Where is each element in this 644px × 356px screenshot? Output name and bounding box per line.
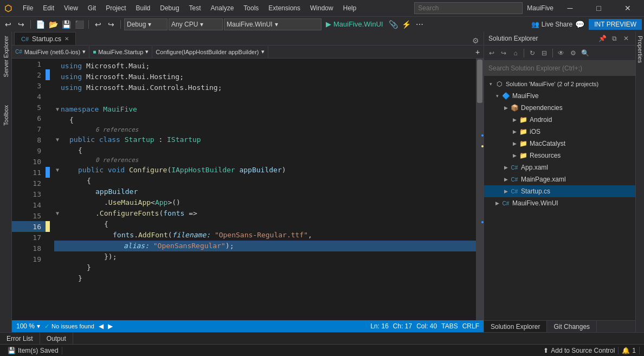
status-nav-left[interactable]: ◀ [99,322,104,330]
menu-project[interactable]: Project [101,3,130,13]
config-dropdown[interactable]: Debug▾ [124,18,168,30]
scrollbar-thumb[interactable] [477,60,482,103]
menu-git[interactable]: Git [83,3,100,13]
forward-button[interactable]: ↪ [15,18,27,30]
output-tab[interactable]: Output [40,333,73,345]
error-list-tab[interactable]: Error List [0,333,40,345]
app-xaml-item[interactable]: ▶ C# App.xaml [484,161,635,173]
nav-project-dropdown[interactable]: C# MauiFive (net6.0-ios) ▾ [12,46,89,58]
mauifive-expand[interactable]: ▾ [493,92,501,100]
maccatalyst-item[interactable]: ▶ 📁 MacCatalyst [484,138,635,150]
status-nav-right[interactable]: ▶ [108,322,113,330]
panel-float-button[interactable]: ⧉ [609,34,619,43]
toolbox-tab[interactable]: Toolbox [2,103,10,128]
new-file-button[interactable]: 📄 [34,18,46,30]
footer-source-control[interactable]: ⬆ Add to Source Control [540,347,619,354]
code-content[interactable]: using Microsoft.Maui; using Microsoft.Ma… [50,59,476,320]
startup-cs-item[interactable]: ▶ C# Startup.cs [484,185,635,197]
status-tabs[interactable]: TABS [441,322,458,330]
menu-window[interactable]: Window [306,3,338,13]
ios-item[interactable]: ▶ 📁 iOS [484,126,635,138]
open-file-button[interactable]: 📂 [47,18,59,30]
dependencies-expand[interactable]: ▶ [501,103,510,112]
menu-bar[interactable]: File Edit View Git Project Build Debug T… [18,3,360,13]
tab-settings-button[interactable]: ⚙ [470,36,481,45]
diagnostics-button[interactable]: ⋯ [414,18,426,30]
run-button[interactable]: ▶ MauiFive.WinUI [323,19,387,29]
redo-button[interactable]: ↪ [105,18,117,30]
save-button[interactable]: 💾 [60,18,72,30]
android-item[interactable]: ▶ 📁 Android [484,114,635,126]
properties-tab[interactable]: Properties [636,34,645,65]
ios-expand[interactable]: ▶ [510,127,519,136]
tab-close-button[interactable]: ✕ [65,36,69,42]
panel-pin-button[interactable]: 📌 [597,34,607,43]
hotreload-button[interactable]: ⚡ [401,18,413,30]
mauifive-project-item[interactable]: ▾ 🔷 MauiFive [484,90,635,102]
nav-add-button[interactable]: + [472,46,484,58]
menu-build[interactable]: Build [132,3,155,13]
sol-settings-button[interactable]: ⚙ [568,48,578,59]
ln-1: 1 [12,59,46,69]
menu-tools[interactable]: Tools [239,3,263,13]
app-xaml-expand[interactable]: ▶ [501,163,510,172]
resources-item[interactable]: ▶ 📁 Resources [484,150,635,161]
resources-expand[interactable]: ▶ [510,151,519,160]
feedback-button[interactable]: 💬 [574,18,585,30]
mainpage-xaml-item[interactable]: ▶ C# MainPage.xaml [484,173,635,185]
nav-method-dropdown[interactable]: Configure(IAppHostBuilder appBuilder) ▾ [152,46,268,58]
fold-13[interactable]: ▼ [54,210,61,217]
menu-help[interactable]: Help [339,3,361,13]
menu-extensions[interactable]: Extensions [264,3,305,13]
menu-edit[interactable]: Edit [38,3,59,13]
sol-back-button[interactable]: ↩ [486,48,497,59]
title-search-input[interactable] [414,2,523,14]
attach-button[interactable]: 📎 [388,18,400,30]
solution-search-input[interactable] [484,61,635,76]
fold-9[interactable]: ▼ [54,167,61,173]
panel-close-button[interactable]: ✕ [621,34,631,43]
menu-test[interactable]: Test [185,3,205,13]
winui-expand[interactable]: ▶ [493,199,501,208]
back-button[interactable]: ↩ [2,18,14,30]
fold-7[interactable]: ▼ [54,137,61,143]
project-dropdown[interactable]: MauiFive.WinUI▾ [224,18,321,30]
vertical-scrollbar[interactable] [476,59,484,320]
git-changes-tab-btn[interactable]: Git Changes [547,321,597,333]
solution-explorer-tab-btn[interactable]: Solution Explorer [484,321,547,333]
live-share-button[interactable]: 👥 Live Share [531,21,572,28]
dependencies-item[interactable]: ▶ 📦 Dependencies [484,102,635,114]
platform-dropdown[interactable]: Any CPU▾ [169,18,223,30]
server-explorer-tab[interactable]: Server Explorer [2,34,10,79]
menu-debug[interactable]: Debug [156,3,183,13]
maccatalyst-expand[interactable]: ▶ [510,139,519,148]
footer-notification[interactable]: 🔔 1 [619,347,640,354]
menu-view[interactable]: View [60,3,82,13]
startup-tab[interactable]: C# Startup.cs ✕ [14,32,76,45]
sol-show-all-button[interactable]: 👁 [556,48,566,59]
save-all-button[interactable]: ⬛ [73,18,85,30]
int-preview-button[interactable]: INT PREVIEW [589,19,642,30]
menu-file[interactable]: File [18,3,37,13]
android-expand[interactable]: ▶ [510,115,519,124]
status-zoom[interactable]: 100 % ▾ [16,322,40,330]
undo-button[interactable]: ↩ [92,18,104,30]
sol-forward-button[interactable]: ↪ [498,48,509,59]
winui-item[interactable]: ▶ C# MauiFive.WinUI [484,197,635,209]
maximize-button[interactable]: □ [587,0,611,16]
fold-5[interactable]: ▼ [54,106,61,113]
nav-class-dropdown[interactable]: ■ MauiFive.Startup ▾ [89,46,152,58]
sol-refresh-button[interactable]: ↻ [527,48,538,59]
menu-analyze[interactable]: Analyze [207,3,239,13]
sol-search-button[interactable]: 🔍 [579,48,590,59]
solution-root[interactable]: ▾ ⬡ Solution 'MauiFive' (2 of 2 projects… [484,78,635,90]
close-button[interactable]: ✕ [615,0,640,16]
sol-home-button[interactable]: ⌂ [510,48,521,59]
minimize-button[interactable]: ─ [558,0,582,16]
startup-cs-expand[interactable]: ▶ [501,187,510,196]
sol-collapse-button[interactable]: ⊟ [539,48,550,59]
mainpage-expand[interactable]: ▶ [501,175,510,184]
status-no-issues[interactable]: ✓ No issues found [44,323,94,330]
status-crlf[interactable]: CRLF [462,322,479,330]
solution-expand[interactable]: ▾ [486,80,495,88]
